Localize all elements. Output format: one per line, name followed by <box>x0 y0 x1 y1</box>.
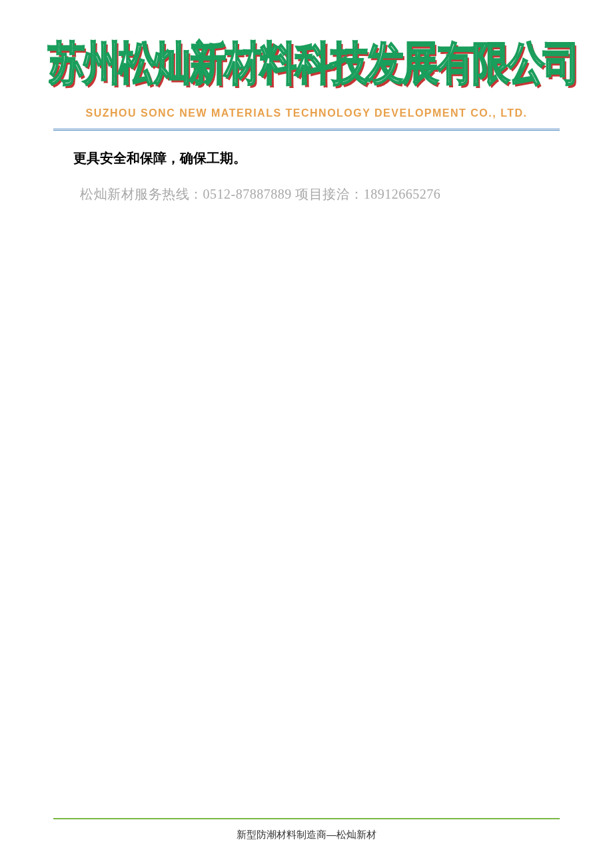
document-body: 更具安全和保障，确保工期。 松灿新材服务热线：0512-87887889 项目接… <box>53 145 560 868</box>
document-footer: 新型防潮材料制造商—松灿新材 <box>53 818 560 841</box>
footer-divider <box>53 818 560 819</box>
footer-text: 新型防潮材料制造商—松灿新材 <box>53 829 560 841</box>
body-line-1: 更具安全和保障，确保工期。 <box>73 145 560 171</box>
document-header: 苏州松灿新材料科技发展有限公司 SUZHOU SONC NEW MATERIAL… <box>53 40 560 145</box>
header-divider <box>53 129 560 131</box>
body-line-2: 松灿新材服务热线：0512-87887889 项目接洽：18912665276 <box>80 181 560 207</box>
company-name-english: SUZHOU SONC NEW MATERIALS TECHNOLOGY DEV… <box>53 105 560 122</box>
company-name-chinese: 苏州松灿新材料科技发展有限公司 <box>48 34 578 95</box>
